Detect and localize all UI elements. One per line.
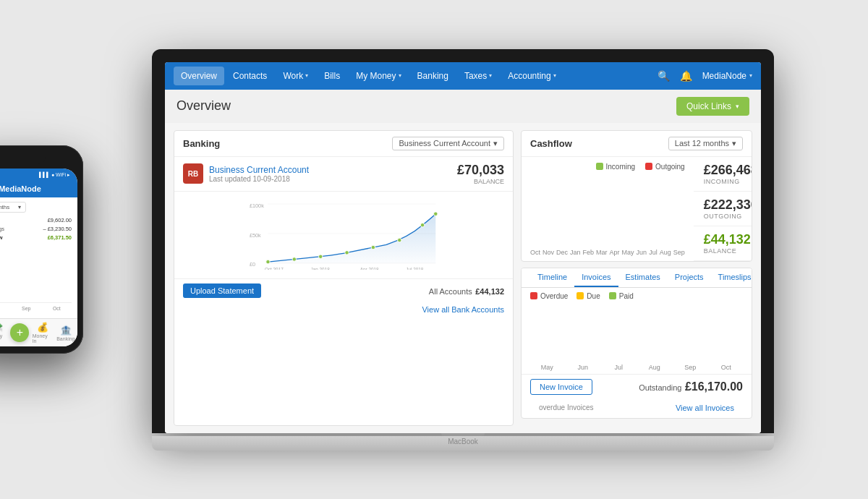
legend-paid: Paid [609,292,634,300]
summary-outgoing-label: OUTGOING [704,213,752,220]
invoice-month-label: Oct [710,364,744,371]
cashflow-header: Cashflow Last 12 months ▾ [522,131,752,157]
invoices-bar-chart [530,304,743,362]
invoice-month-label: Jul [602,364,636,371]
invoice-tab-projects[interactable]: Projects [668,268,711,287]
user-menu[interactable]: MediaNode ▾ [702,71,752,81]
quick-links-button[interactable]: Quick Links ▾ [676,97,749,116]
cashflow-month-label: Aug [660,249,671,256]
invoice-footer: New Invoice Outstanding £16,170.00 [522,374,752,399]
page-title: Overview [176,98,231,114]
user-chevron-icon: ▾ [749,72,752,79]
svg-text:£0: £0 [250,261,255,268]
account-updated: Last updated 10-09-2018 [209,175,309,183]
view-all-bank-accounts-link[interactable]: View all Bank Accounts [174,302,513,317]
svg-text:£50k: £50k [250,231,261,238]
iphone-frame: 9:41 ▌▌▌ ● WiFi ▸ MediaNode Last 3 month… [0,145,83,354]
cashflow-period-selector[interactable]: Last 12 months ▾ [668,137,743,150]
cashflow-legend: Incoming Outgoing [530,163,685,171]
nav-work[interactable]: Work ▾ [276,67,315,85]
due-legend-dot [576,292,584,299]
iphone-app-title: MediaNode [0,182,77,197]
balance-label: BALANCE [457,178,504,185]
iphone-device: 9:41 ▌▌▌ ● WiFi ▸ MediaNode Last 3 month… [0,145,83,354]
cashflow-month-label: Sep [673,249,685,256]
banking-dropdown-icon: ▾ [493,139,498,148]
legend-overdue: Overdue [530,292,568,300]
invoice-tab-invoices[interactable]: Invoices [574,268,618,287]
cashflow-month-label: Jul [649,249,658,256]
invoice-month-label: Jun [566,364,600,371]
iphone-add-button[interactable]: + [10,323,29,342]
upload-statement-button[interactable]: Upload Statement [183,283,261,298]
iphone-outcomings-row: Outcomings – £3,230.50 [0,226,72,232]
svg-point-8 [318,255,322,258]
cashflow-month-label: Feb [583,249,595,256]
invoice-month-label: Sep [673,364,707,371]
legend-due: Due [576,292,600,300]
banking-header: Banking Business Current Account ▾ [174,131,513,157]
paid-legend-dot [609,292,616,299]
summary-balance-amount: £44,132 [704,232,752,247]
nav-money-chevron: ▾ [399,72,401,79]
search-icon[interactable]: 🔍 [658,70,670,82]
all-accounts-label: All Accounts [429,287,472,296]
iphone-screen: 9:41 ▌▌▌ ● WiFi ▸ MediaNode Last 3 month… [0,169,77,346]
summary-incoming: £266,468 INCOMING [694,157,752,192]
cashflow-month-label: Nov [542,249,554,256]
nav-bills[interactable]: Bills [317,67,347,85]
iphone-nav-icon: 💰 [37,322,48,333]
invoices-panel: TimelineInvoicesEstimatesProjectsTimesli… [521,268,752,419]
nav-taxes[interactable]: Taxes ▾ [457,67,499,85]
all-accounts-amount: £44,132 [475,287,504,296]
cashflow-panel: Cashflow Last 12 months ▾ [521,130,752,262]
svg-point-11 [398,238,401,242]
invoice-tab-timeline[interactable]: Timeline [530,268,574,287]
invoice-tab-timeslips[interactable]: Timeslips [711,268,752,287]
svg-point-10 [371,245,375,249]
invoices-chart-area: Overdue Due Paid [522,288,752,374]
outgoing-legend-dot [645,163,652,170]
macbook-screen: Overview Contacts Work ▾ Bills My Money [165,62,761,433]
new-invoice-button[interactable]: New Invoice [530,379,592,395]
nav-accounting[interactable]: Accounting ▾ [501,67,563,85]
iphone-notch [0,153,46,164]
balance-amount: £70,033 [457,163,504,178]
iphone-period-selector[interactable]: Last 3 months ▾ [0,202,26,213]
iphone-nav-money-out[interactable]: 💸Money Out [0,322,7,344]
invoice-month-label: Aug [638,364,672,371]
nav-banking[interactable]: Banking [410,67,456,85]
cashflow-title: Cashflow [530,138,572,149]
summary-incoming-label: INCOMING [704,178,752,185]
view-all-invoices-link[interactable]: View all Invoices [667,401,743,415]
svg-text:£100k: £100k [250,202,264,208]
iphone-net-row: Net Cashflow £6,371.50 [0,234,72,241]
nav-contacts[interactable]: Contacts [226,67,274,85]
cashflow-content: Incoming Outgoing [522,157,752,261]
nav-overview[interactable]: Overview [174,67,224,85]
iphone-bottom-nav: 📊Insights💸Money Out+💰Money In🏦Banking [0,318,77,346]
content-area: Cashflow Last 12 months ▾ [165,123,761,433]
svg-point-7 [292,257,296,260]
account-icon: RB [183,163,203,184]
cashflow-bar-chart [530,175,685,247]
nav-right: 🔍 🔔 MediaNode ▾ [658,70,752,82]
summary-balance-label: BALANCE [704,247,752,255]
banking-account-selector[interactable]: Business Current Account ▾ [392,137,504,150]
iphone-nav-money-in[interactable]: 💰Money In [33,322,53,344]
outstanding-label: Outstanding [639,383,681,392]
iphone-signals: ▌▌▌ ● WiFi ▸ [39,172,70,178]
cashflow-month-label: Mar [596,249,608,256]
iphone-nav-icon: 🏦 [60,325,72,336]
account-name-link[interactable]: Business Current Account [209,165,309,175]
nav-my-money[interactable]: My Money ▾ [349,67,408,85]
iphone-incomings-row: Incomings £9,602.00 [0,217,72,223]
iphone-body: Last 3 months ▾ Incomings £9,602.00 [0,197,77,318]
bell-icon[interactable]: 🔔 [680,70,692,82]
quick-links-chevron-icon: ▾ [736,103,739,110]
iphone-nav-banking[interactable]: 🏦Banking [56,325,76,341]
invoice-tab-estimates[interactable]: Estimates [618,268,668,287]
nav-bar: Overview Contacts Work ▾ Bills My Money [165,62,761,90]
outstanding-amount: £16,170.00 [685,380,743,393]
nav-work-chevron: ▾ [305,72,308,79]
